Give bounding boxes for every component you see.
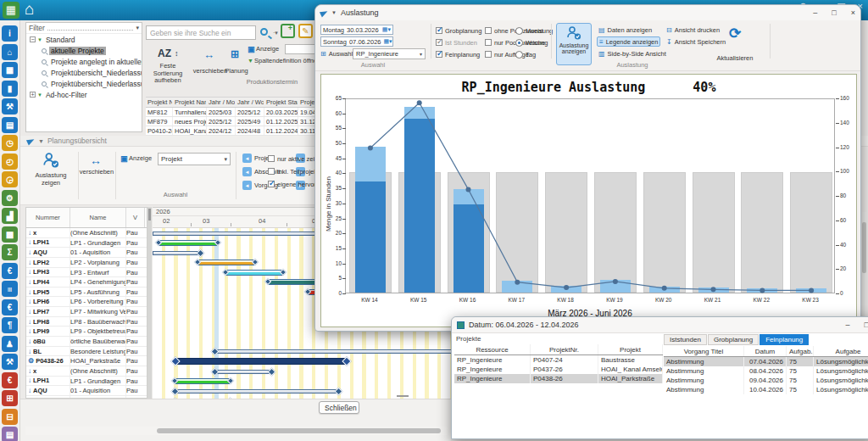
checkbox-icon[interactable]	[485, 51, 492, 58]
calculator-icon[interactable]: ▩	[2, 226, 18, 243]
edit-icon[interactable]: ✎	[298, 24, 313, 38]
gantt-row[interactable]: ↓LPH9LP9 - ObjektbetreuungPau	[26, 327, 147, 337]
time-add-icon[interactable]: ◷	[2, 135, 18, 151]
gantt-bar[interactable]	[174, 358, 348, 365]
auslastung-titlebar[interactable]: ▼ Auslastung –□×	[315, 5, 860, 20]
person-time-icon[interactable]: ◴	[2, 154, 18, 170]
arrow-left-button[interactable]: ◂	[242, 167, 252, 176]
filter-item[interactable]: Projekte angelegt in aktuellen Quartal	[26, 56, 142, 67]
collapse-grip[interactable]	[397, 395, 409, 397]
new-item-icon[interactable]: +	[281, 24, 295, 38]
close-icon[interactable]: ×	[851, 8, 855, 17]
arrow-left-button[interactable]: ◂	[242, 181, 252, 190]
view-button[interactable]: ▥Side-by-Side Ansicht	[597, 48, 668, 59]
maximize-icon[interactable]: □	[832, 8, 836, 17]
table-row[interactable]: MF879neues Projek2025/122025/4901.12.202…	[146, 117, 315, 126]
anzeige-field[interactable]	[285, 44, 315, 54]
checkbox-icon[interactable]	[436, 51, 442, 58]
table-row[interactable]: RP_IngenieureP0438-26HOAI_Parkstraße	[454, 374, 663, 383]
column-header[interactable]: Aufgabe	[814, 346, 868, 356]
calendar-icon[interactable]: ▦▾	[384, 38, 392, 45]
checkbox-icon[interactable]	[485, 39, 492, 46]
gantt-bar[interactable]	[174, 389, 340, 394]
calendar-icon[interactable]: ▦	[2, 62, 18, 78]
gantt-column-header[interactable]: V	[126, 208, 145, 227]
table-row[interactable]: P0410-24HOAI_Kanal+2024/122024/4801.12.2…	[146, 126, 315, 136]
table-row[interactable]: RP_IngenieureP0437-26HOAI_ Kanal Amselwe…	[454, 365, 663, 374]
person-service-icon[interactable]: ⚒	[2, 354, 18, 370]
checkbox-icon[interactable]	[485, 27, 492, 34]
gantt-row[interactable]: ↓x(Ohne Abschnitt)Pau	[26, 366, 147, 377]
gantt-row[interactable]: ↓LPH6LP6 - Vorbereitung VergabePau	[26, 297, 147, 307]
chevron-down-icon[interactable]: ▼	[38, 138, 44, 144]
arrow-left-button[interactable]: ◂	[242, 154, 252, 163]
collapse-icon[interactable]: −	[30, 36, 36, 42]
close-button[interactable]: Schließen	[319, 401, 359, 414]
calendar-icon[interactable]: ▦▾	[382, 26, 391, 33]
radio-option[interactable]: Monat	[515, 26, 543, 35]
tab-iststunden[interactable]: Iststunden	[664, 334, 707, 345]
resource-test-icon[interactable]: ⚒	[2, 98, 18, 114]
app-grid-icon[interactable]: ▦	[3, 2, 19, 19]
sort-button[interactable]: Feste Sortierung aufheben	[146, 63, 190, 85]
date-to-field[interactable]: Sonntag 07.06.2026 ▦▾	[320, 36, 393, 47]
view-button[interactable]: ≡Legende anzeigen	[597, 36, 660, 47]
euro-transfer-icon[interactable]: €	[2, 263, 18, 279]
move-icon[interactable]: ↔	[90, 154, 102, 167]
status-icon[interactable]: ▮	[2, 81, 18, 97]
euro-return-icon[interactable]: €	[2, 372, 18, 388]
gantt-row[interactable]: ⚙P0438-26HOAI_ParkstraßePau	[26, 356, 147, 366]
gantt-row[interactable]: ↓BLBesondere LeistungenPau	[26, 347, 147, 357]
radio-option[interactable]: Woche	[515, 38, 545, 47]
gantt-row[interactable]: ↓LPH2LP2 - VorplanungPau	[26, 258, 147, 268]
hscroll-thumb[interactable]	[157, 428, 441, 433]
sort-icon[interactable]: AZ	[158, 47, 171, 59]
resource-select[interactable]: RP_Ingenieure ▾	[353, 48, 426, 59]
search-input[interactable]	[146, 25, 256, 40]
checkbox-icon[interactable]	[268, 181, 275, 187]
column-header[interactable]: Projekt Name	[173, 98, 207, 107]
filter-item[interactable]: Projektübersicht_Niederlassung W	[26, 67, 142, 78]
filter-group[interactable]: +▼Ad-hoc-Filter	[26, 89, 142, 100]
building-staff-icon[interactable]: ▤	[2, 117, 18, 133]
filter-panel-header[interactable]: Filter ▾	[26, 23, 142, 34]
chevron-down-icon[interactable]: ▼	[331, 10, 337, 15]
column-header[interactable]: Jahr / Woche	[236, 98, 264, 107]
gear-finance-icon[interactable]: ⚙	[2, 190, 18, 206]
move-icon[interactable]: ↔	[203, 48, 214, 61]
view-button[interactable]: ▤Daten anzeigen	[597, 25, 654, 35]
cart-icon[interactable]: ⊞	[2, 390, 18, 406]
table-row[interactable]: Abstimmung09.04.202675Lösungsmöglichke0,…	[664, 376, 868, 385]
gantt-row[interactable]: ↓LPH3LP3 - EntwurfPau	[26, 268, 147, 278]
datum-titlebar[interactable]: Datum: 06.04.2026 - 12.04.2026 –□	[452, 317, 868, 332]
gantt-bar[interactable]	[197, 260, 256, 265]
chevron-down-icon[interactable]: ▾	[136, 25, 139, 31]
expand-icon[interactable]: +	[30, 92, 36, 98]
gantt-row[interactable]: ↓LPH4LP4 - GenehmigungPau	[26, 277, 147, 287]
tab-feinplanung[interactable]: Feinplanung	[760, 334, 809, 345]
search-options-caret-icon[interactable]: ·▾	[273, 30, 278, 36]
gantt-column-header[interactable]: Name	[70, 208, 126, 227]
gantt-row[interactable]: ↓LPH1LP1 - GrundlagenPau	[26, 377, 147, 387]
gantt-bar[interactable]	[214, 370, 273, 374]
gantt-row[interactable]: ↓AQU01 - AquisitionPau	[26, 248, 147, 258]
filter-item[interactable]: aktuelle Projekte	[26, 45, 142, 56]
tab-grobplanung[interactable]: Grobplanung	[708, 334, 759, 345]
auslastung-zeigen-button[interactable]: Auslastung zeigen	[29, 152, 73, 187]
gantt-row[interactable]: ↓LPH1LP1 - GrundlagenPau	[26, 238, 147, 248]
column-header[interactable]: Datum	[744, 346, 787, 356]
filter-item[interactable]: Projektübersicht_Niederlassung N	[26, 78, 142, 89]
column-header[interactable]: Projekt	[598, 344, 663, 354]
option-checkbox[interactable]: Grobplanung	[436, 26, 481, 35]
column-header[interactable]: Vorgang Titel	[664, 346, 744, 356]
option-checkbox[interactable]: Feinplanung	[436, 50, 480, 59]
gantt-bar[interactable]	[174, 378, 231, 384]
gantt-row[interactable]: ↓LPH5LP5 - AusführungPau	[26, 287, 147, 298]
column-header[interactable]: Aufgab...	[787, 346, 814, 356]
gantt-row[interactable]: ↓öBüörtliche BauüberwachungPau	[26, 337, 147, 347]
planning-button[interactable]: Planung	[219, 68, 254, 75]
vscroll-thumb[interactable]	[862, 222, 866, 273]
person-list-icon[interactable]: ♟	[2, 336, 18, 352]
spalten-button[interactable]: Spaltendefinition öffnen	[254, 58, 322, 65]
column-header[interactable]: Projekt Nr	[146, 98, 173, 107]
